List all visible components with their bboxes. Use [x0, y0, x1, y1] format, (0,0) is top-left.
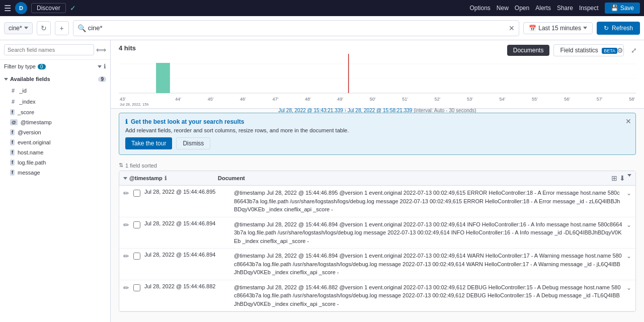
share-link[interactable]: Share [557, 5, 573, 12]
doc-row-header[interactable]: ✏ Jul 28, 2022 @ 15:44:46.895 @timestamp… [119, 186, 635, 217]
sidebar-field-item[interactable]: flog.file.path [0, 157, 110, 168]
row-checkbox[interactable] [133, 221, 140, 228]
filter-info-icon[interactable]: ℹ [104, 63, 106, 70]
field-name-label: _score [18, 109, 34, 115]
sidebar-toggle-icon[interactable]: ⟺ [96, 46, 106, 54]
field-type-indicator: # [10, 98, 16, 105]
sidebar-field-item[interactable]: fhost.name [0, 147, 110, 157]
doc-row-header[interactable]: ✏ Jul 28, 2022 @ 15:44:46.894 @timestamp… [119, 217, 635, 249]
expand-row-icon[interactable]: ✏ [123, 221, 129, 229]
check-icon: ✓ [70, 4, 76, 12]
row-checkbox[interactable] [133, 190, 140, 197]
doc-timestamp: Jul 28, 2022 @ 15:44:46.894 [144, 252, 230, 258]
main-layout: ⟺ Filter by type 0 ℹ Available fields 9 … [0, 40, 644, 322]
expand-rows-icon[interactable] [627, 174, 631, 177]
index-pattern-label: cine* [9, 25, 22, 32]
refresh-button[interactable]: ↻ Refresh [597, 22, 640, 35]
search-input[interactable] [88, 24, 507, 32]
timestamp-column-header[interactable]: @timestamp ℹ [123, 175, 214, 182]
sort-arrow-icon [123, 177, 127, 180]
sidebar-field-item[interactable]: #_index [0, 96, 110, 107]
expand-row-icon[interactable]: ✏ [123, 252, 129, 260]
search-bar: 🔍 ✕ [73, 20, 520, 36]
beta-badge: BETA [602, 48, 617, 54]
columns-icon[interactable]: ⊞ [611, 174, 617, 182]
chart-bar [156, 63, 170, 93]
doc-content: @timestamp Jul 28, 2022 @ 15:44:46.894 @… [234, 252, 622, 277]
sort-icon: ⇅ [119, 162, 123, 169]
available-count-badge: 9 [98, 76, 106, 82]
banner-text: Add relevant fields, reorder and sort co… [125, 127, 629, 133]
doc-content: @timestamp Jul 28, 2022 @ 15:44:46.894 @… [234, 220, 622, 246]
user-avatar: D [15, 2, 27, 14]
field-name-label: _id [19, 88, 27, 94]
sidebar-field-item[interactable]: #_id [0, 85, 110, 96]
expand-row-icon[interactable]: ✏ [123, 189, 129, 197]
row-expand-button[interactable]: ⌄ [626, 253, 631, 260]
options-link[interactable]: Options [469, 5, 490, 12]
alerts-link[interactable]: Alerts [535, 5, 551, 12]
field-name-label: _index [19, 99, 35, 105]
row-checkbox[interactable] [133, 253, 140, 260]
filter-count-badge: 0 [38, 64, 46, 69]
sidebar-field-item[interactable]: fmessage [0, 168, 110, 178]
dismiss-button[interactable]: Dismiss [176, 137, 210, 149]
save-button[interactable]: 💾 Save [605, 3, 640, 14]
row-expand-button[interactable]: ⌄ [626, 221, 631, 228]
doc-row-header[interactable]: ✏ Jul 28, 2022 @ 15:44:46.882 @timestamp… [119, 280, 635, 311]
hamburger-icon[interactable]: ☰ [4, 4, 11, 13]
available-fields-header[interactable]: Available fields 9 [0, 73, 110, 85]
available-chevron-icon [4, 78, 8, 80]
doc-row-header[interactable]: ✏ Jul 28, 2022 @ 15:44:46.894 @timestamp… [119, 249, 635, 280]
field-type-indicator: f [10, 170, 15, 176]
filter-chevron-icon [98, 65, 102, 68]
take-tour-button[interactable]: Take the tour [125, 137, 172, 149]
field-name-label: log.file.path [18, 159, 46, 166]
sidebar: ⟺ Filter by type 0 ℹ Available fields 9 … [0, 40, 111, 322]
row-expand-button[interactable]: ⌄ [626, 190, 631, 197]
chart-svg [119, 54, 636, 94]
search-clear-icon[interactable]: ✕ [509, 24, 515, 32]
open-link[interactable]: Open [515, 5, 529, 12]
field-name-label: @timestamp [21, 119, 52, 125]
download-icon[interactable]: ⬇ [619, 174, 625, 182]
chart-area: Documents Field statistics BETA ⚙ ⤢ 4 hi… [111, 40, 644, 109]
field-type-indicator: @ [10, 119, 18, 125]
sidebar-field-item[interactable]: @@timestamp [0, 117, 110, 127]
filter-by-type-header[interactable]: Filter by type 0 ℹ [0, 60, 110, 73]
add-filter-button[interactable]: + [55, 21, 69, 35]
refresh-icon: ↻ [604, 25, 609, 32]
table-row: ✏ Jul 28, 2022 @ 15:44:46.895 @timestamp… [119, 186, 635, 217]
index-pattern-selector[interactable]: cine* [4, 22, 33, 34]
new-link[interactable]: New [497, 5, 509, 12]
doc-timestamp: Jul 28, 2022 @ 15:44:46.882 [144, 283, 230, 289]
sidebar-field-item[interactable]: f_score [0, 107, 110, 117]
field-type-indicator: f [10, 109, 15, 115]
table-row: ✏ Jul 28, 2022 @ 15:44:46.894 @timestamp… [119, 217, 635, 249]
time-picker-button[interactable]: 📅 Last 15 minutes [523, 22, 593, 34]
expand-row-icon[interactable]: ✏ [123, 284, 129, 292]
sidebar-field-item[interactable]: fevent.original [0, 137, 110, 147]
refresh-index-button[interactable]: ↻ [37, 21, 51, 35]
doc-timestamp: Jul 28, 2022 @ 15:44:46.895 [144, 189, 230, 195]
search-icon: 🔍 [77, 24, 86, 32]
banner-close-icon[interactable]: ✕ [625, 117, 631, 125]
table-actions: ⊞ ⬇ [611, 174, 631, 182]
histogram-chart: 43'Jul 28, 2022, 15h 44' 45' 46' 47' 48'… [119, 54, 636, 104]
results-area: ⇅ 1 field sorted @timestamp ℹ Document ⊞… [111, 159, 644, 322]
row-expand-button[interactable]: ⌄ [626, 284, 631, 291]
field-name-label: event.original [18, 139, 50, 145]
search-toolbar: cine* ↻ + 🔍 ✕ 📅 Last 15 minutes ↻ Refres… [0, 16, 644, 40]
sidebar-search-input[interactable] [4, 44, 94, 55]
document-column-header: Document [218, 175, 607, 181]
sidebar-field-item[interactable]: f@version [0, 127, 110, 137]
discover-nav-button[interactable]: Discover [31, 3, 66, 13]
calendar-icon: 📅 [529, 25, 536, 32]
documents-tab[interactable]: Documents [507, 45, 550, 56]
top-navigation: ☰ D Discover ✓ Options New Open Alerts S… [0, 0, 644, 16]
inspect-link[interactable]: Inspect [579, 5, 599, 12]
row-checkbox[interactable] [133, 284, 140, 291]
info-banner: ℹ Get the best look at your search resul… [119, 113, 636, 155]
field-name-label: host.name [18, 149, 43, 155]
field-statistics-tab[interactable]: Field statistics BETA [553, 44, 624, 56]
